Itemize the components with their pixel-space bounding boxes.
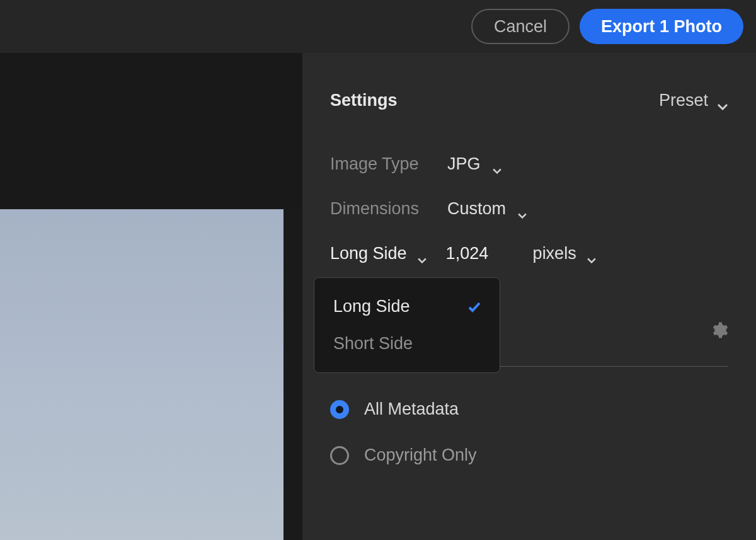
dropdown-item-long-side[interactable]: Long Side: [314, 288, 500, 325]
dimension-value-input[interactable]: [446, 244, 503, 263]
chevron-down-icon: [587, 248, 598, 260]
side-dropdown-popup: Long Side Short Side: [314, 277, 500, 373]
settings-panel: Settings Preset Image Type JPG Dimension…: [302, 53, 756, 540]
dropdown-item-short-side[interactable]: Short Side: [314, 325, 500, 362]
preview-background: [0, 53, 302, 209]
radio-indicator: [330, 400, 349, 419]
side-dropdown[interactable]: Long Side: [330, 244, 428, 263]
panel-header: Settings Preset: [330, 91, 728, 110]
radio-copyright-only[interactable]: Copyright Only: [330, 445, 728, 465]
size-row: Long Side pixels: [330, 244, 728, 263]
gear-icon[interactable]: [709, 321, 728, 340]
image-type-label: Image Type: [330, 154, 447, 174]
side-value: Long Side: [330, 244, 407, 263]
settings-title: Settings: [330, 91, 398, 110]
main-area: Settings Preset Image Type JPG Dimension…: [0, 53, 756, 540]
top-toolbar: Cancel Export 1 Photo: [0, 0, 756, 53]
chevron-down-icon: [492, 159, 503, 170]
chevron-down-icon: [717, 95, 728, 106]
chevron-down-icon: [417, 248, 428, 260]
radio-all-metadata[interactable]: All Metadata: [330, 399, 728, 419]
dropdown-item-label: Short Side: [333, 334, 413, 353]
unit-dropdown[interactable]: pixels: [533, 244, 598, 263]
image-type-row: Image Type JPG: [330, 154, 728, 174]
unit-value: pixels: [533, 244, 576, 263]
dimensions-value: Custom: [447, 199, 506, 219]
photo-preview: [0, 209, 284, 540]
image-type-dropdown[interactable]: JPG: [447, 154, 503, 174]
image-type-value: JPG: [447, 154, 481, 174]
check-icon: [467, 299, 482, 314]
dimensions-row: Dimensions Custom: [330, 199, 728, 219]
cancel-button[interactable]: Cancel: [471, 9, 570, 44]
metadata-radio-group: All Metadata Copyright Only: [330, 399, 728, 465]
chevron-down-icon: [517, 204, 529, 215]
export-button[interactable]: Export 1 Photo: [580, 9, 743, 44]
dimensions-dropdown[interactable]: Custom: [447, 199, 529, 219]
preset-label: Preset: [659, 91, 708, 110]
dropdown-item-label: Long Side: [333, 297, 410, 316]
radio-label: All Metadata: [364, 399, 459, 419]
dimensions-label: Dimensions: [330, 199, 447, 219]
radio-label: Copyright Only: [364, 445, 477, 465]
radio-indicator: [330, 446, 349, 465]
preset-dropdown[interactable]: Preset: [659, 91, 728, 110]
